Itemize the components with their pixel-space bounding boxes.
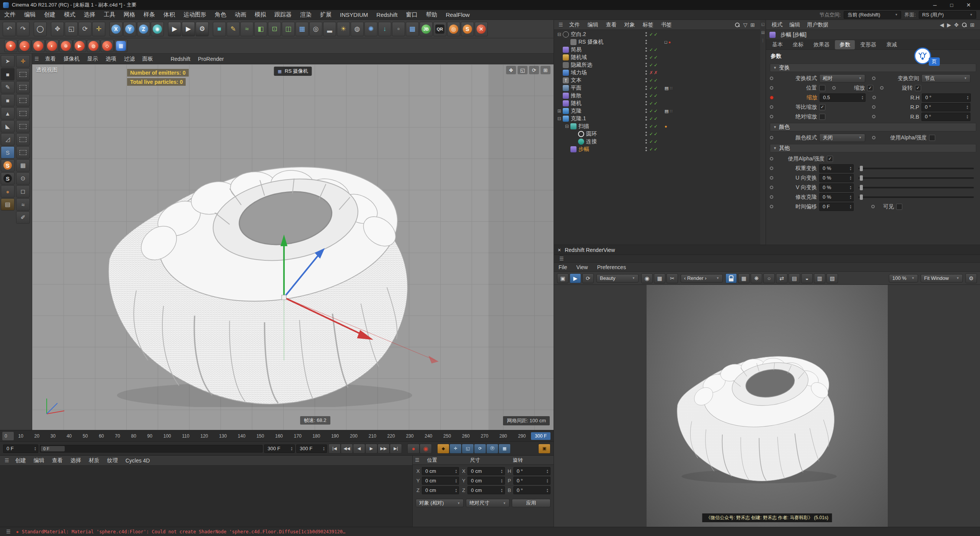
material-menu-item[interactable]: 编辑: [30, 457, 48, 464]
object-name[interactable]: 随机域: [571, 54, 587, 61]
xp-object-icon[interactable]: ⊕: [59, 40, 72, 52]
hamburger-icon[interactable]: ☰: [556, 22, 565, 28]
enable-state[interactable]: ✓✓: [649, 124, 665, 129]
uniform-scale-checkbox[interactable]: [819, 104, 825, 110]
y-axis-lock-icon[interactable]: Y: [123, 22, 136, 36]
timeline-tick[interactable]: 90: [147, 433, 152, 439]
renderview-menu-item[interactable]: Preferences: [593, 264, 630, 270]
visibility-dots-icon[interactable]: [644, 139, 649, 144]
separator[interactable]: [106, 22, 109, 36]
enable-state[interactable]: ✓✓: [649, 62, 665, 68]
stepper-icon[interactable]: [288, 446, 293, 451]
隐藏所选[interactable]: 隐藏所选 ✓✓: [554, 61, 760, 69]
coordinate-system-icon[interactable]: ◉: [151, 22, 164, 36]
timeline-tick[interactable]: 250: [443, 433, 451, 439]
z-axis-lock-icon[interactable]: Z: [137, 22, 150, 36]
object-name[interactable]: 扫描: [578, 123, 589, 130]
attribute-menu-item[interactable]: 用户数据: [804, 21, 832, 28]
object-icon[interactable]: [563, 116, 569, 122]
position-y-field[interactable]: Y0 cm: [416, 477, 459, 485]
object-name[interactable]: 平面: [571, 85, 581, 92]
visibility-dots-icon[interactable]: [644, 32, 649, 37]
compare-icon[interactable]: ⇄: [776, 273, 787, 283]
文本[interactable]: T 文本 ✓✓: [554, 77, 760, 84]
history-back-icon[interactable]: ◀: [940, 22, 944, 28]
time-offset-field[interactable]: 0 F: [819, 203, 854, 211]
visible-checkbox[interactable]: [896, 204, 902, 210]
anim-dot-icon[interactable]: [770, 167, 773, 170]
record-options-button[interactable]: ◉: [420, 444, 432, 454]
range-start-field[interactable]: 300 F: [264, 444, 295, 453]
圆环[interactable]: 圆环 ✓✓: [554, 130, 760, 138]
engine-menu-item[interactable]: Redshift: [167, 56, 194, 62]
anim-dot-icon[interactable]: [770, 86, 773, 90]
步幅[interactable]: 步幅 ✓✓: [554, 145, 760, 153]
stepper-icon[interactable]: [964, 114, 969, 119]
visibility-dots-icon[interactable]: [644, 124, 649, 129]
qr-plugin-icon[interactable]: QR: [433, 22, 446, 36]
light-icon[interactable]: ☀: [337, 22, 350, 36]
timeline-tick[interactable]: 190: [331, 433, 339, 439]
object-icon[interactable]: [578, 139, 584, 145]
u-transform-slider[interactable]: [858, 177, 974, 179]
xp-object-icon[interactable]: ▶: [73, 40, 86, 52]
substance-icon[interactable]: S: [461, 22, 474, 36]
xparticles-icon[interactable]: ✕: [475, 22, 488, 36]
stepper-icon[interactable]: [859, 95, 864, 100]
split-icon[interactable]: ◒: [801, 273, 813, 283]
timeline-tick[interactable]: 10: [18, 433, 23, 439]
autokey-button[interactable]: ◆: [437, 444, 449, 454]
next-frame-button[interactable]: ▶▶: [377, 444, 390, 454]
visibility-dots-icon[interactable]: [644, 55, 649, 60]
previous-key-button[interactable]: ◀◀: [341, 444, 353, 454]
timeline-tick[interactable]: 60: [99, 433, 104, 439]
selection-preset-icon[interactable]: [16, 146, 30, 159]
current-frame-marker[interactable]: [2, 432, 14, 440]
other-section-header[interactable]: ▼其他: [770, 144, 976, 152]
sky-icon[interactable]: ◍: [351, 22, 364, 36]
texture-mode-icon[interactable]: ✎: [1, 81, 15, 93]
search-icon[interactable]: [962, 22, 967, 28]
separator[interactable]: [165, 22, 167, 36]
visibility-dots-icon[interactable]: [644, 116, 649, 121]
expander-icon[interactable]: ⊟: [556, 32, 562, 37]
grid-icon[interactable]: ▦: [738, 273, 750, 283]
rotation-checkbox[interactable]: [915, 85, 921, 91]
timeline-tick[interactable]: 120: [200, 433, 208, 439]
timeline-tick[interactable]: 210: [369, 433, 376, 439]
timeline-tick[interactable]: 260: [462, 433, 470, 439]
rb-field[interactable]: 0 °: [921, 113, 970, 121]
menu-item[interactable]: 样条: [139, 11, 159, 18]
menu-item[interactable]: 工具: [100, 11, 119, 18]
object-icon[interactable]: [563, 93, 569, 99]
stepper-icon[interactable]: [452, 479, 457, 483]
attribute-tab[interactable]: 变形器: [856, 40, 881, 49]
hamburger-icon[interactable]: ☰: [413, 457, 422, 463]
timeline-tick[interactable]: 70: [115, 433, 120, 439]
history-forward-icon[interactable]: ▶: [947, 22, 951, 28]
transform-space-dropdown[interactable]: 节点: [921, 74, 970, 83]
平面[interactable]: 平面 ✓✓ ▤ ∷: [554, 84, 760, 92]
zoom-view-icon[interactable]: ◱: [518, 66, 528, 74]
edges-mode-icon[interactable]: ◣: [1, 120, 15, 132]
timeline-tick[interactable]: 80: [131, 433, 136, 439]
current-frame-field[interactable]: 0 F: [3, 444, 38, 453]
renderview-settings-icon[interactable]: ⚙: [965, 273, 977, 283]
viewport-menu-item[interactable]: 过滤: [120, 56, 139, 62]
cube-primitive-icon[interactable]: ■: [213, 22, 226, 36]
sweep-object-3d[interactable]: [101, 143, 451, 407]
hamburger-icon[interactable]: ☰: [4, 529, 13, 534]
hamburger-icon[interactable]: ☰: [32, 56, 41, 62]
hamburger-icon[interactable]: ☰: [2, 458, 11, 463]
timeline-tick[interactable]: 110: [182, 433, 189, 439]
menu-item[interactable]: 渲染: [296, 11, 316, 18]
search-icon[interactable]: [735, 22, 740, 28]
timeline-tick[interactable]: 100: [163, 433, 171, 439]
u-transform-field[interactable]: 0 %: [819, 174, 854, 182]
menu-item[interactable]: 选择: [80, 11, 100, 18]
anim-dot-icon[interactable]: [832, 86, 836, 90]
expander-icon[interactable]: ⊟: [556, 116, 562, 121]
render-image-area[interactable]: 《微信公众号: 野禾志 创建: 野禾志 作者: 马赛韩彩》 (5.01s): [554, 285, 980, 527]
range-end-field[interactable]: 300 F: [296, 444, 327, 453]
volume-icon[interactable]: ▦: [296, 22, 309, 36]
